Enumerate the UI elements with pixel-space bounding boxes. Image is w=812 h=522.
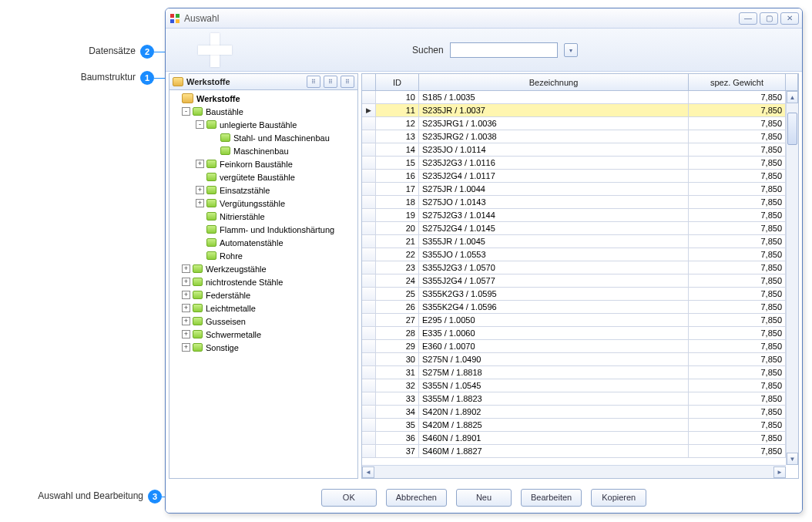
tree-node-label: Vergütungsstähle	[220, 199, 285, 208]
tree-node[interactable]: vergütete Baustähle	[169, 170, 357, 184]
tree-node[interactable]: Flamm- und Induktionshärtung	[169, 223, 357, 236]
row-marker	[362, 235, 376, 248]
tree-node[interactable]: Nitrierstähle	[169, 210, 357, 223]
tree-expander[interactable]: +	[182, 291, 190, 299]
tree-expander[interactable]: +	[182, 264, 190, 273]
table-row[interactable]: 12S235JRG1 / 1.00367,850	[362, 117, 798, 130]
edit-button[interactable]: Bearbeiten	[521, 489, 582, 507]
table-row[interactable]: 33S355M / 1.88237,850	[362, 392, 798, 406]
table-row[interactable]: 23S355J2G3 / 1.05707,850	[362, 261, 798, 274]
folder-icon	[206, 251, 216, 260]
tree-expander[interactable]: -	[196, 120, 204, 129]
table-row[interactable]: 17S275JR / 1.00447,850	[362, 183, 798, 196]
row-marker	[362, 91, 376, 103]
tree-expander[interactable]: +	[196, 199, 204, 207]
table-row[interactable]: 10S185 / 1.00357,850	[362, 91, 798, 104]
table-row[interactable]: 27E295 / 1.00507,850	[362, 314, 798, 327]
new-button[interactable]: Neu	[456, 489, 512, 507]
table-row[interactable]: 31S275M / 1.88187,850	[362, 366, 798, 379]
scroll-down-button[interactable]: ▼	[787, 453, 798, 465]
tree-expander	[210, 146, 218, 155]
col-id[interactable]: ID	[376, 74, 419, 90]
table-row[interactable]: 32S355N / 1.05457,850	[362, 379, 798, 392]
table-row[interactable]: 21S355JR / 1.00457,850	[362, 235, 798, 248]
ok-button[interactable]: OK	[321, 489, 377, 507]
tree-node[interactable]: Automatenstähle	[169, 236, 357, 249]
table-row[interactable]: 37S460M / 1.88277,850	[362, 445, 798, 458]
tree-node[interactable]: +Werkzeugstähle	[169, 262, 357, 275]
tree-tool-1[interactable]: ⠿	[307, 76, 320, 88]
tree-node[interactable]: -unlegierte Baustähle	[169, 118, 357, 131]
horizontal-scrollbar[interactable]: ◄ ►	[362, 465, 786, 478]
tree-expander[interactable]: +	[182, 343, 190, 352]
tree-node[interactable]: +Vergütungsstähle	[169, 197, 357, 210]
table-row[interactable]: 25S355K2G3 / 1.05957,850	[362, 288, 798, 301]
tree-expander[interactable]: +	[196, 186, 204, 194]
table-row[interactable]: 20S275J2G4 / 1.01457,850	[362, 222, 798, 235]
tree-body[interactable]: Werkstoffe -Baustähle-unlegierte Baustäh…	[169, 90, 358, 479]
table-row[interactable]: 15S235J2G3 / 1.01167,850	[362, 157, 798, 170]
col-bezeichnung[interactable]: Bezeichnung	[419, 74, 689, 90]
tree-node[interactable]: -Baustähle	[169, 105, 357, 118]
cell-id: 27	[376, 314, 419, 326]
tree-expander[interactable]: +	[182, 304, 190, 312]
tree-root[interactable]: Werkstoffe	[169, 92, 357, 105]
table-row[interactable]: 26S355K2G4 / 1.05967,850	[362, 301, 798, 314]
table-row[interactable]: 22S355JO / 1.05537,850	[362, 248, 798, 261]
table-row[interactable]: 16S235J2G4 / 1.01177,850	[362, 170, 798, 183]
tree-tool-3[interactable]: ⠿	[341, 76, 354, 88]
table-row[interactable]: 14S235JO / 1.01147,850	[362, 143, 798, 157]
vertical-scrollbar[interactable]: ▲ ▼	[786, 91, 798, 465]
maximize-button[interactable]: ▢	[760, 12, 778, 25]
table-row[interactable]: 36S460N / 1.89017,850	[362, 432, 798, 445]
col-gewicht[interactable]: spez. Gewicht	[689, 74, 786, 90]
tree-node[interactable]: Stahl- und Maschinenbau	[169, 131, 357, 144]
tree-node[interactable]: +Schwermetalle	[169, 328, 357, 341]
cell-bezeichnung: E335 / 1.0060	[419, 327, 689, 339]
tree-expander[interactable]: +	[182, 330, 190, 338]
titlebar[interactable]: Auswahl — ▢ ✕	[166, 8, 802, 29]
scroll-thumb[interactable]	[787, 113, 797, 145]
folder-icon	[220, 146, 230, 155]
scroll-up-button[interactable]: ▲	[787, 91, 798, 103]
col-marker[interactable]	[362, 74, 376, 90]
tree-expander[interactable]: +	[196, 160, 204, 168]
tree-expander[interactable]: -	[182, 107, 190, 116]
scroll-right-button[interactable]: ►	[773, 466, 786, 478]
table-row[interactable]: 28E335 / 1.00607,850	[362, 327, 798, 340]
tree-tool-2[interactable]: ⠿	[324, 76, 337, 88]
tree-expander[interactable]: +	[182, 278, 190, 286]
cell-gewicht: 7,850	[689, 157, 786, 169]
close-button[interactable]: ✕	[780, 12, 799, 25]
tree-node[interactable]: +nichtrostende Stähle	[169, 275, 357, 288]
table-row[interactable]: 13S235JRG2 / 1.00387,850	[362, 130, 798, 143]
tree-node-label: unlegierte Baustähle	[220, 120, 297, 130]
cancel-button[interactable]: Abbrechen	[386, 489, 447, 507]
table-row[interactable]: ▶11S235JR / 1.00377,850	[362, 104, 798, 117]
copy-button[interactable]: Kopieren	[591, 489, 646, 507]
tree-node[interactable]: +Federstähle	[169, 288, 357, 301]
tree-node[interactable]: Rohre	[169, 249, 357, 262]
minimize-button[interactable]: —	[739, 12, 757, 25]
table-row[interactable]: 29E360 / 1.00707,850	[362, 340, 798, 353]
row-marker	[362, 366, 376, 379]
table-row[interactable]: 24S355J2G4 / 1.05777,850	[362, 274, 798, 288]
tree-node[interactable]: +Feinkorn Baustähle	[169, 157, 357, 170]
cell-id: 33	[376, 392, 419, 405]
table-row[interactable]: 34S420N / 1.89027,850	[362, 406, 798, 419]
tree-expander[interactable]: +	[182, 317, 190, 325]
scroll-left-button[interactable]: ◄	[362, 466, 374, 478]
tree-node[interactable]: Maschinenbau	[169, 144, 357, 157]
table-row[interactable]: 19S275J2G3 / 1.01447,850	[362, 209, 798, 222]
tree-node[interactable]: +Leichtmetalle	[169, 301, 357, 315]
new-record-icon[interactable]	[198, 33, 232, 67]
table-body[interactable]: 10S185 / 1.00357,850▶11S235JR / 1.00377,…	[362, 91, 798, 478]
search-input[interactable]	[450, 42, 558, 58]
search-dropdown-button[interactable]: ▾	[564, 43, 578, 57]
tree-node[interactable]: +Sonstige	[169, 341, 357, 354]
tree-node[interactable]: +Einsatzstähle	[169, 184, 357, 197]
table-row[interactable]: 18S275JO / 1.01437,850	[362, 196, 798, 209]
table-row[interactable]: 30S275N / 1.04907,850	[362, 353, 798, 366]
tree-node[interactable]: +Gusseisen	[169, 315, 357, 328]
table-row[interactable]: 35S420M / 1.88257,850	[362, 419, 798, 432]
